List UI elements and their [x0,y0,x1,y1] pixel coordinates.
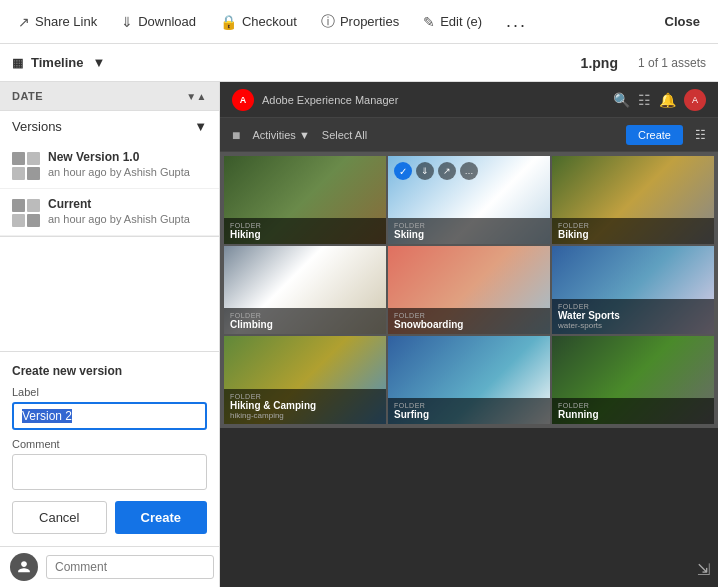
sub-toolbar: ▦ Timeline ▼ 1.png 1 of 1 assets [0,44,718,82]
aem-brand-label: Adobe Experience Manager [262,94,398,106]
aem-grid-icon[interactable]: ☷ [638,92,651,108]
aem-search-icon[interactable]: 🔍 [613,92,630,108]
properties-label: Properties [340,14,399,29]
version-meta-current: an hour ago by Ashish Gupta [48,213,207,225]
aem-select-all-button[interactable]: Select All [322,129,367,141]
create-version-button[interactable]: Create [115,501,208,534]
main-toolbar: ↗ Share Link ⇓ Download 🔒 Checkout ⓘ Pro… [0,0,718,44]
main-content: DATE ▼▲ Versions ▼ New Version 1.0 an ho… [0,82,718,587]
share-icon: ↗ [18,14,30,30]
avatar [10,553,38,581]
versions-chevron-icon: ▼ [194,119,207,134]
version-info-current: Current an hour ago by Ashish Gupta [48,197,207,225]
aem-card-item[interactable]: FOLDER Hiking & Camping hiking-camping [224,336,386,424]
aem-card-sub: water-sports [558,321,708,330]
timeline-button[interactable]: ▦ Timeline ▼ [12,55,105,70]
aem-card-name: Running [558,409,708,420]
expand-icon[interactable]: ⇲ [697,560,710,579]
check-icon[interactable]: ✓ [394,162,412,180]
aem-card-item[interactable]: FOLDER Snowboarding [388,246,550,334]
label-input[interactable] [12,402,207,430]
asset-name: 1.png [581,55,618,71]
aem-card-type: FOLDER [230,222,380,229]
left-panel: DATE ▼▲ Versions ▼ New Version 1.0 an ho… [0,82,220,587]
lock-icon: 🔒 [220,14,237,30]
timeline-label: Timeline [31,55,84,70]
bottom-comment-input[interactable] [46,555,214,579]
aem-card-item[interactable]: FOLDER Hiking [224,156,386,244]
edit-icon: ✎ [423,14,435,30]
aem-back-icon[interactable]: ■ [232,127,240,143]
aem-card-name: Water Sports [558,310,708,321]
aem-card-actions: ✓ ⇓ ↗ … [394,162,478,180]
download-button[interactable]: ⇓ Download [111,8,206,36]
date-header: DATE ▼▲ [0,82,219,111]
aem-bell-icon[interactable]: 🔔 [659,92,676,108]
aem-card-overlay: FOLDER Biking [552,218,714,244]
aem-user-avatar[interactable]: A [684,89,706,111]
aem-card-type: FOLDER [558,303,708,310]
aem-card-overlay: FOLDER Hiking [224,218,386,244]
properties-button[interactable]: ⓘ Properties [311,7,409,37]
more-icon: ... [506,11,527,32]
comment-field-label: Comment [12,438,207,450]
version-name-new: New Version 1.0 [48,150,207,164]
aem-card-name: Skiing [394,229,544,240]
aem-activities-label: Activities ▼ [252,129,309,141]
aem-card-item[interactable]: FOLDER Climbing [224,246,386,334]
edit-label: Edit (e) [440,14,482,29]
aem-card-item[interactable]: FOLDER Surfing [388,336,550,424]
aem-card-item[interactable]: ✓ ⇓ ↗ … FOLDER Skiing [388,156,550,244]
checkout-button[interactable]: 🔒 Checkout [210,8,307,36]
aem-create-button[interactable]: Create [626,125,683,145]
aem-activities-chevron: ▼ [299,129,310,141]
close-button[interactable]: Close [655,8,710,35]
asset-count: 1 of 1 assets [638,56,706,70]
aem-card-overlay: FOLDER Skiing [388,218,550,244]
more-action-icon[interactable]: … [460,162,478,180]
date-label: DATE [12,90,43,102]
bottom-comment-bar: ⌃ [0,546,219,587]
aem-card-name: Climbing [230,319,380,330]
share-link-button[interactable]: ↗ Share Link [8,8,107,36]
aem-card-overlay: FOLDER Climbing [224,308,386,334]
download-icon: ⇓ [121,14,133,30]
comment-textarea[interactable] [12,454,207,490]
aem-card-type: FOLDER [394,402,544,409]
share-link-label: Share Link [35,14,97,29]
aem-card-item[interactable]: FOLDER Biking [552,156,714,244]
label-field-label: Label [12,386,207,398]
versions-label: Versions [12,119,62,134]
aem-card-name: Surfing [394,409,544,420]
aem-card-overlay: FOLDER Running [552,398,714,424]
edit-button[interactable]: ✎ Edit (e) [413,8,492,36]
info-icon: ⓘ [321,13,335,31]
aem-card-overlay: FOLDER Hiking & Camping hiking-camping [224,389,386,424]
checkout-label: Checkout [242,14,297,29]
sort-icon: ▼▲ [186,91,207,102]
aem-card-overlay: FOLDER Snowboarding [388,308,550,334]
chevron-down-icon: ▼ [93,55,106,70]
versions-section: Versions ▼ New Version 1.0 an hour ago b… [0,111,219,237]
versions-header[interactable]: Versions ▼ [0,111,219,142]
version-name-current: Current [48,197,207,211]
more-button[interactable]: ... [496,5,537,38]
aem-card-item[interactable]: FOLDER Water Sports water-sports [552,246,714,334]
aem-card-sub: hiking-camping [230,411,380,420]
aem-card-name: Hiking & Camping [230,400,380,411]
aem-card-overlay: FOLDER Water Sports water-sports [552,299,714,334]
cancel-button[interactable]: Cancel [12,501,107,534]
aem-card-type: FOLDER [394,312,544,319]
version-meta-new: an hour ago by Ashish Gupta [48,166,207,178]
version-info-new: New Version 1.0 an hour ago by Ashish Gu… [48,150,207,178]
version-item-current[interactable]: Current an hour ago by Ashish Gupta [0,189,219,236]
aem-card-name: Snowboarding [394,319,544,330]
aem-card-overlay: FOLDER Surfing [388,398,550,424]
download-action-icon[interactable]: ⇓ [416,162,434,180]
version-item-new[interactable]: New Version 1.0 an hour ago by Ashish Gu… [0,142,219,189]
right-panel: A Adobe Experience Manager 🔍 ☷ 🔔 A ■ Act… [220,82,718,587]
aem-card-item[interactable]: FOLDER Running [552,336,714,424]
aem-view-icon[interactable]: ☷ [695,128,706,142]
aem-asset-grid: FOLDER Hiking ✓ ⇓ ↗ … FOLDER Skiing FOLD… [220,152,718,428]
share-action-icon[interactable]: ↗ [438,162,456,180]
